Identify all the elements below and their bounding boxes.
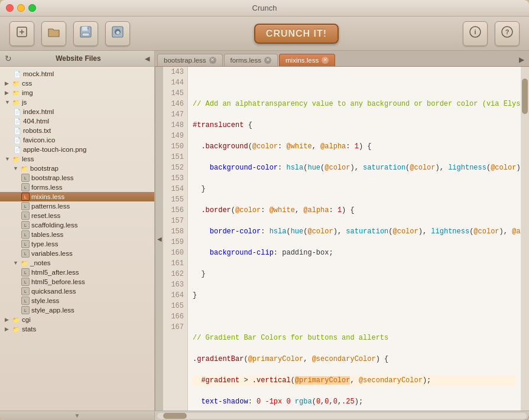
tab-close-icon[interactable]: ✕ <box>209 57 216 64</box>
title-bar: Crunch <box>0 0 529 17</box>
list-item[interactable]: L html5_after.less <box>0 268 154 277</box>
code-line: border-color: hsla(hue(@color), saturati… <box>193 226 516 237</box>
sidebar-scroll-bottom: ▼ <box>0 411 154 420</box>
list-item[interactable]: L bootstrap.less <box>0 173 154 183</box>
toolbar-left: ⊕ <box>9 21 130 46</box>
export-icon: ⊕ <box>111 25 124 41</box>
file-icon: 📄 <box>13 145 21 154</box>
list-item[interactable]: ▶ 📁 stats <box>0 324 154 334</box>
list-item[interactable]: ▶ 📁 cgi <box>0 315 154 324</box>
open-button[interactable] <box>41 21 66 46</box>
horizontal-scrollbar[interactable] <box>157 413 527 419</box>
list-item[interactable]: ▼ 📁 _notes <box>0 258 154 268</box>
list-item[interactable]: 📄 robots.txt <box>0 126 154 135</box>
maximize-button[interactable] <box>28 4 36 12</box>
editor-area: bootstrap.less ✕ forms.less ✕ mixins.les… <box>155 51 529 420</box>
tab-bootstrap-less[interactable]: bootstrap.less ✕ <box>157 54 223 66</box>
file-icon: 📄 <box>13 108 21 116</box>
close-button[interactable] <box>6 4 14 12</box>
sidebar: ↻ Website Files ◀ 📄 mock.html ▶ 📁 css ▶ … <box>0 51 155 420</box>
list-item[interactable]: L style.less <box>0 296 154 305</box>
list-item[interactable]: L style_app.less <box>0 305 154 315</box>
new-icon <box>15 25 28 41</box>
list-item[interactable]: ▼ 📁 js <box>0 97 154 107</box>
code-line: .border(@color: @white, @alpha: 1) { <box>193 205 516 216</box>
list-item[interactable]: L mixins.less <box>0 192 154 201</box>
editor-bottom <box>155 411 529 420</box>
code-line: } <box>193 184 516 194</box>
editor-nav-left[interactable]: ◀ <box>155 67 163 411</box>
list-item[interactable]: L forms.less <box>0 183 154 192</box>
svg-rect-4 <box>82 27 87 31</box>
vertical-scrollbar[interactable] <box>521 67 529 411</box>
list-item[interactable]: L patterns.less <box>0 201 154 211</box>
export-button[interactable]: ⊕ <box>105 21 130 46</box>
tab-label: mixins.less <box>285 57 319 64</box>
scroll-arrow-down[interactable]: ▼ <box>74 412 80 419</box>
folder-icon: 📁 <box>12 79 20 87</box>
list-item[interactable]: 📄 favicon.ico <box>0 135 154 145</box>
list-item[interactable]: ▼ 📁 less <box>0 154 154 164</box>
tab-close-icon[interactable]: ✕ <box>264 57 271 64</box>
code-editor[interactable]: ◀ 143 144 145 146 147 148 149 150 151 15… <box>155 67 529 411</box>
code-line: text-shadow: 0 -1px 0 rgba(0,0,0,.25); <box>193 396 516 407</box>
tab-forms-less[interactable]: forms.less ✕ <box>224 54 278 66</box>
code-line: } <box>193 290 516 301</box>
folder-icon: 📁 <box>12 98 20 106</box>
code-line: } <box>193 269 516 279</box>
less-file-icon: L <box>21 278 30 286</box>
list-item[interactable]: L quicksand.less <box>0 286 154 296</box>
list-item[interactable]: L type.less <box>0 239 154 249</box>
toolbar: ⊕ CRUNCH IT! i ? <box>0 17 529 51</box>
list-item[interactable]: 📄 index.html <box>0 107 154 116</box>
folder-icon: 📁 <box>20 259 28 267</box>
sidebar-tree: 📄 mock.html ▶ 📁 css ▶ 📁 img ▼ 📁 js <box>0 67 154 411</box>
list-item[interactable]: 📄 404.html <box>0 116 154 126</box>
code-content[interactable]: // Add an alphatransparency value to any… <box>188 67 521 411</box>
list-item[interactable]: L tables.less <box>0 230 154 239</box>
new-button[interactable] <box>9 21 34 46</box>
less-file-icon: L <box>21 287 30 295</box>
help-button[interactable]: ? <box>495 21 520 46</box>
list-item[interactable]: ▼ 📁 bootstrap <box>0 164 154 173</box>
save-icon <box>79 25 92 41</box>
folder-icon: 📁 <box>12 89 20 97</box>
list-item[interactable]: ▶ 📁 img <box>0 88 154 97</box>
code-line <box>193 77 516 88</box>
save-button[interactable] <box>73 21 98 46</box>
less-file-icon: L <box>21 174 30 182</box>
refresh-icon[interactable]: ↻ <box>5 54 12 63</box>
h-scrollbar-thumb[interactable] <box>163 413 187 419</box>
window-title: Crunch <box>252 4 277 12</box>
crunch-button[interactable]: CRUNCH IT! <box>254 24 339 44</box>
tab-scroll-arrow[interactable]: ▶ <box>517 53 527 66</box>
folder-icon <box>47 25 60 41</box>
code-line: .background(@color: @white, @alpha: 1) { <box>193 141 516 152</box>
file-icon: 📄 <box>13 70 21 78</box>
info-icon: i <box>469 25 482 41</box>
code-line: #translucent { <box>193 120 516 131</box>
code-line: // Gradient Bar Colors for buttons and a… <box>193 333 516 343</box>
window-controls[interactable] <box>6 4 36 12</box>
code-line: background-clip: padding-box; <box>193 248 516 258</box>
expand-icon: ▶ <box>5 326 11 332</box>
code-line: background-color: hsla(hue(@color), satu… <box>193 162 516 173</box>
list-item[interactable]: 📄 mock.html <box>0 69 154 79</box>
svg-rect-5 <box>82 33 89 36</box>
list-item[interactable]: 📄 apple-touch-icon.png <box>0 145 154 154</box>
list-item[interactable]: L scaffolding.less <box>0 220 154 230</box>
expand-icon: ▶ <box>5 80 11 86</box>
tab-close-icon[interactable]: ✕ <box>322 57 329 64</box>
folder-icon: 📁 <box>12 155 20 163</box>
tab-label: bootstrap.less <box>164 57 206 64</box>
list-item[interactable]: L reset.less <box>0 211 154 220</box>
scrollbar-thumb[interactable] <box>522 79 528 114</box>
info-button[interactable]: i <box>463 21 488 46</box>
less-file-icon: L <box>21 221 30 229</box>
code-line: // Add an alphatransparency value to any… <box>193 99 516 109</box>
tab-mixins-less[interactable]: mixins.less ✕ <box>279 54 335 66</box>
list-item[interactable]: L html5_before.less <box>0 277 154 286</box>
list-item[interactable]: ▶ 📁 css <box>0 79 154 88</box>
minimize-button[interactable] <box>17 4 25 12</box>
list-item[interactable]: L variables.less <box>0 249 154 258</box>
